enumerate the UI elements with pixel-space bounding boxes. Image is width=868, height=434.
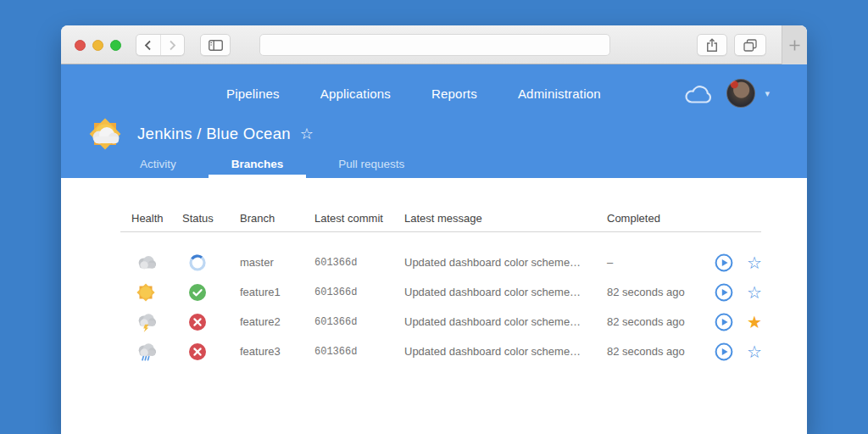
completed-time: 82 seconds ago [607, 315, 709, 328]
branch-name: master [240, 256, 314, 269]
commit-hash: 601366d [314, 287, 404, 298]
nav-item-reports[interactable]: Reports [431, 86, 477, 101]
zoom-window-button[interactable] [110, 40, 121, 51]
tab-branches-label: Branches [231, 158, 284, 170]
tab-pull-requests[interactable]: Pull requests [315, 149, 427, 178]
branch-name: feature2 [240, 315, 314, 328]
favorite-star-icon[interactable]: ☆ [739, 254, 770, 271]
latest-message: Updated dashboard color scheme… [404, 256, 607, 269]
sidebar-toggle-button[interactable] [200, 34, 231, 56]
tab-pull-requests-label: Pull requests [338, 158, 404, 170]
browser-window: Pipelines Applications Reports Administr… [61, 25, 807, 434]
branch-name: feature3 [240, 345, 314, 358]
tab-activity-label: Activity [140, 158, 176, 170]
column-header-status: Status [182, 212, 240, 225]
latest-message: Updated dashboard color scheme… [404, 315, 607, 328]
completed-time: 82 seconds ago [607, 286, 709, 298]
table-row-feature1[interactable]: feature1 601366d Updated dashboard color… [120, 277, 761, 307]
chevron-right-icon [169, 40, 176, 51]
column-header-health: Health [131, 212, 182, 225]
branch-name: feature1 [240, 286, 314, 298]
show-all-tabs-button[interactable] [734, 34, 766, 56]
table-header-row: Health Status Branch Latest commit Lates… [120, 212, 761, 232]
chevron-down-icon[interactable]: ▾ [765, 88, 770, 99]
back-button[interactable] [136, 35, 160, 55]
header-right: ▾ [684, 75, 770, 111]
new-tab-button[interactable] [782, 25, 807, 64]
share-button[interactable] [697, 34, 727, 56]
share-icon [706, 38, 718, 53]
nav-item-administration[interactable]: Administration [518, 86, 601, 101]
column-header-latest-commit: Latest commit [314, 212, 404, 225]
address-bar[interactable] [259, 34, 610, 56]
table-row-master[interactable]: master 601366d Updated dashboard color s… [120, 248, 761, 277]
history-nav-group [136, 34, 185, 56]
health-rain-icon [131, 341, 182, 363]
play-icon [715, 253, 733, 272]
completed-time: 82 seconds ago [607, 345, 709, 358]
run-button[interactable] [709, 313, 739, 331]
branches-table: Health Status Branch Latest commit Lates… [120, 212, 761, 366]
play-icon [715, 313, 733, 331]
health-storm-icon [131, 311, 182, 333]
forward-button[interactable] [160, 35, 185, 55]
content-area: Health Status Branch Latest commit Lates… [61, 178, 807, 434]
browser-toolbar [61, 25, 807, 64]
column-header-latest-message: Latest message [404, 212, 607, 225]
title-row: Jenkins / Blue Ocean ☆ [85, 114, 314, 154]
cloud-status-icon[interactable] [684, 83, 714, 104]
status-failed-icon [182, 342, 240, 361]
commit-hash: 601366d [314, 257, 404, 269]
tab-activity[interactable]: Activity [117, 149, 199, 178]
run-button[interactable] [709, 283, 739, 302]
plus-icon [789, 40, 800, 51]
page-title: Jenkins / Blue Ocean [137, 125, 291, 143]
nav-item-applications[interactable]: Applications [320, 86, 391, 101]
chevron-left-icon [144, 40, 152, 51]
latest-message: Updated dashboard color scheme… [404, 286, 607, 298]
status-failed-icon [182, 313, 240, 331]
table-row-feature2[interactable]: feature2 601366d Updated dashboard color… [120, 307, 761, 337]
user-avatar[interactable] [726, 79, 755, 108]
run-button[interactable] [709, 253, 739, 272]
play-icon [715, 342, 733, 361]
column-header-completed: Completed [607, 212, 709, 225]
status-success-icon [182, 283, 240, 302]
health-sunny-icon [131, 281, 182, 303]
weather-partly-cloudy-icon [85, 114, 125, 154]
favorite-star-icon-active[interactable]: ★ [739, 314, 770, 331]
minimize-window-button[interactable] [92, 40, 103, 51]
commit-hash: 601366d [314, 346, 404, 358]
table-row-feature3[interactable]: feature3 601366d Updated dashboard color… [120, 337, 761, 366]
favorite-star-icon[interactable]: ☆ [739, 343, 770, 360]
commit-hash: 601366d [314, 316, 404, 328]
app-header: Pipelines Applications Reports Administr… [61, 64, 807, 178]
play-icon [715, 283, 733, 302]
health-partly-cloudy-icon [131, 252, 182, 274]
close-window-button[interactable] [75, 40, 86, 51]
column-header-branch: Branch [240, 212, 314, 225]
sidebar-icon [209, 40, 223, 51]
favorite-star-icon[interactable]: ☆ [739, 284, 770, 301]
nav-item-pipelines[interactable]: Pipelines [226, 86, 280, 101]
favorite-pipeline-star-icon[interactable]: ☆ [300, 125, 314, 143]
main-nav: Pipelines Applications Reports Administr… [226, 79, 601, 108]
tab-branches[interactable]: Branches [209, 149, 307, 178]
run-button[interactable] [709, 342, 739, 361]
tab-bar: Activity Branches Pull requests [117, 149, 437, 178]
latest-message: Updated dashboard color scheme… [404, 345, 607, 358]
status-running-spinner-icon [182, 253, 240, 272]
table-body: master 601366d Updated dashboard color s… [120, 248, 761, 366]
tabs-overview-icon [743, 39, 757, 52]
completed-time: – [607, 256, 709, 269]
